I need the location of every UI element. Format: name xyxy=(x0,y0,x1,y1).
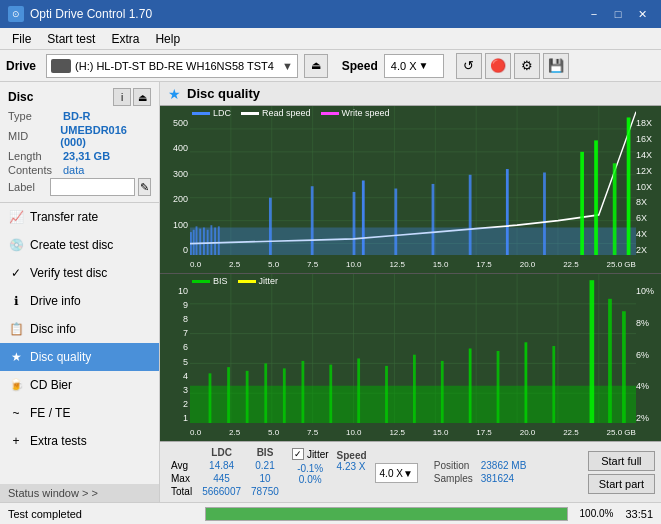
nav-items: 📈 Transfer rate 💿 Create test disc ✓ Ver… xyxy=(0,203,159,484)
sidebar-item-disc-quality[interactable]: ★ Disc quality xyxy=(0,343,159,371)
jitter-label: Jitter xyxy=(307,449,329,460)
action-buttons: Start full Start part xyxy=(588,451,655,494)
ldc-x-axis: 0.0 2.5 5.0 7.5 10.0 12.5 15.0 17.5 20.0… xyxy=(190,255,636,273)
sidebar-item-disc-info[interactable]: 📋 Disc info xyxy=(0,315,159,343)
total-ldc: 5666007 xyxy=(197,485,246,498)
nav-label: CD Bier xyxy=(30,378,72,392)
ldc-header: LDC xyxy=(197,446,246,459)
ldc-chart: LDC Read speed Write speed xyxy=(160,106,661,274)
app-icon: ⊙ xyxy=(8,6,24,22)
bis-legend-label: BIS xyxy=(213,276,228,286)
bis-legend: BIS Jitter xyxy=(192,276,278,286)
drive-bar: Drive (H:) HL-DT-ST BD-RE WH16NS58 TST4 … xyxy=(0,50,661,82)
sidebar-item-extra-tests[interactable]: + Extra tests xyxy=(0,427,159,455)
sidebar-item-cd-bier[interactable]: 🍺 CD Bier xyxy=(0,371,159,399)
length-label: Length xyxy=(8,150,63,162)
bis-x-axis: 0.0 2.5 5.0 7.5 10.0 12.5 15.0 17.5 20.0… xyxy=(190,423,636,441)
label-input[interactable] xyxy=(50,178,135,196)
svg-rect-70 xyxy=(608,299,612,423)
burn-button[interactable]: 🔴 xyxy=(485,53,511,79)
label-label: Label xyxy=(8,181,47,193)
menu-extra[interactable]: Extra xyxy=(103,30,147,48)
contents-label: Contents xyxy=(8,164,63,176)
drive-icon xyxy=(51,59,71,73)
ldc-chart-svg xyxy=(190,106,636,255)
type-label: Type xyxy=(8,110,63,122)
svg-rect-34 xyxy=(190,227,636,255)
avg-label: Avg xyxy=(166,459,197,472)
refresh-button[interactable]: ↺ xyxy=(456,53,482,79)
bis-chart: BIS Jitter xyxy=(160,274,661,441)
eject-button[interactable]: ⏏ xyxy=(304,54,328,78)
jitter-checkbox[interactable]: ✓ xyxy=(292,448,304,460)
length-value: 23,31 GB xyxy=(63,150,110,162)
disc-panel-title: Disc xyxy=(8,90,33,104)
contents-value: data xyxy=(63,164,84,176)
sidebar-item-drive-info[interactable]: ℹ Drive info xyxy=(0,287,159,315)
svg-rect-54 xyxy=(209,373,212,423)
position-label: Position xyxy=(430,459,477,472)
disc-quality-header: ★ Disc quality xyxy=(160,82,661,106)
max-ldc: 445 xyxy=(197,472,246,485)
status-bar: Test completed 100.0% 33:51 xyxy=(0,502,661,524)
menu-file[interactable]: File xyxy=(4,30,39,48)
start-part-button[interactable]: Start part xyxy=(588,474,655,494)
jitter-section: ✓ Jitter -0.1% 0.0% xyxy=(292,448,329,496)
svg-rect-58 xyxy=(283,368,286,423)
svg-rect-60 xyxy=(329,365,332,423)
create-test-disc-icon: 💿 xyxy=(8,237,24,253)
speed-label: Speed xyxy=(342,59,378,73)
type-value: BD-R xyxy=(63,110,91,122)
ldc-legend-color xyxy=(192,112,210,115)
drive-dropdown-arrow: ▼ xyxy=(282,60,293,72)
stats-table: LDC BIS Avg 14.84 0.21 Max 445 10 Total … xyxy=(166,446,284,498)
stats-area: LDC BIS Avg 14.84 0.21 Max 445 10 Total … xyxy=(160,441,661,502)
fe-te-icon: ~ xyxy=(8,405,24,421)
menu-help[interactable]: Help xyxy=(147,30,188,48)
settings-button[interactable]: ⚙ xyxy=(514,53,540,79)
nav-label: FE / TE xyxy=(30,406,70,420)
bis-legend-color xyxy=(192,280,210,283)
nav-label: Drive info xyxy=(30,294,81,308)
jitter-legend-label: Jitter xyxy=(259,276,279,286)
svg-rect-38 xyxy=(627,117,631,255)
sidebar-item-transfer-rate[interactable]: 📈 Transfer rate xyxy=(0,203,159,231)
bis-header: BIS xyxy=(246,446,284,459)
svg-rect-59 xyxy=(302,361,305,423)
ldc-legend-label: LDC xyxy=(213,108,231,118)
total-label: Total xyxy=(166,485,197,498)
label-edit-button[interactable]: ✎ xyxy=(138,178,151,196)
write-speed-legend-label: Write speed xyxy=(342,108,390,118)
disc-eject-icon[interactable]: ⏏ xyxy=(133,88,151,106)
menu-start-test[interactable]: Start test xyxy=(39,30,103,48)
avg-speed: 4.23 X xyxy=(337,461,367,472)
sidebar-item-create-test-disc[interactable]: 💿 Create test disc xyxy=(0,231,159,259)
svg-rect-69 xyxy=(590,280,595,423)
nav-label: Verify test disc xyxy=(30,266,107,280)
max-bis: 10 xyxy=(246,472,284,485)
maximize-button[interactable]: □ xyxy=(607,5,629,23)
ldc-y-axis-right: 18X 16X 14X 12X 10X 8X 6X 4X 2X xyxy=(636,118,661,255)
status-text: Test completed xyxy=(0,508,197,520)
nav-label: Extra tests xyxy=(30,434,87,448)
main-layout: Disc i ⏏ Type BD-R MID UMEBDR016 (000) L… xyxy=(0,82,661,502)
progress-bar-fill xyxy=(206,508,567,520)
sidebar-item-fe-te[interactable]: ~ FE / TE xyxy=(0,399,159,427)
svg-rect-37 xyxy=(613,163,617,255)
drive-selector[interactable]: (H:) HL-DT-ST BD-RE WH16NS58 TST4 ▼ xyxy=(46,54,298,78)
bis-y-axis-left: 10 9 8 7 6 5 4 3 2 1 xyxy=(160,286,190,423)
svg-rect-65 xyxy=(469,349,472,424)
start-full-button[interactable]: Start full xyxy=(588,451,655,471)
svg-rect-68 xyxy=(552,346,555,423)
speed-dropdown-control[interactable]: 4.0 X ▼ xyxy=(375,463,418,483)
read-speed-legend-label: Read speed xyxy=(262,108,311,118)
status-window-button[interactable]: Status window > > xyxy=(0,484,159,502)
minimize-button[interactable]: − xyxy=(583,5,605,23)
sidebar-item-verify-test-disc[interactable]: ✓ Verify test disc xyxy=(0,259,159,287)
disc-panel: Disc i ⏏ Type BD-R MID UMEBDR016 (000) L… xyxy=(0,82,159,203)
speed-selector[interactable]: 4.0 X ▼ xyxy=(384,54,444,78)
disc-info-icon[interactable]: i xyxy=(113,88,131,106)
transfer-rate-icon: 📈 xyxy=(8,209,24,225)
save-button[interactable]: 💾 xyxy=(543,53,569,79)
close-button[interactable]: ✕ xyxy=(631,5,653,23)
